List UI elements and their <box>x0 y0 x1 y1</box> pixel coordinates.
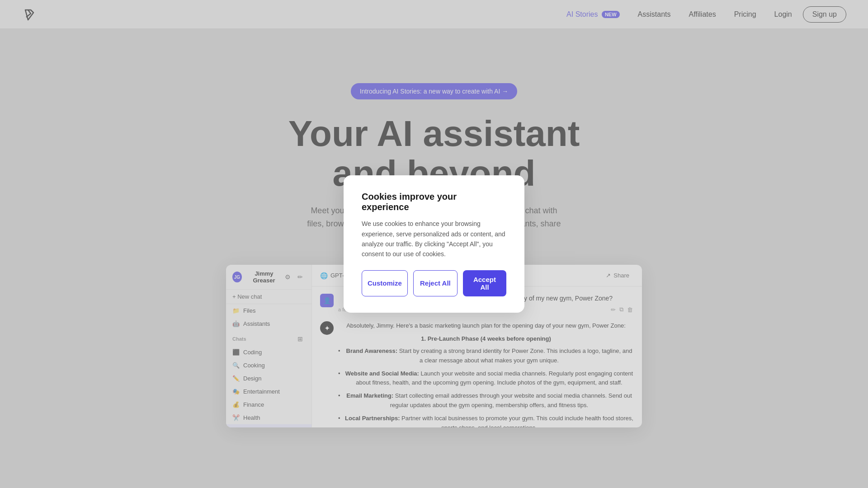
cookie-modal: Cookies improve your experience We use c… <box>344 175 524 313</box>
cookie-title: Cookies improve your experience <box>362 192 506 212</box>
cookie-buttons: Customize Reject All Accept All <box>362 270 506 296</box>
customize-button[interactable]: Customize <box>362 270 408 296</box>
cookie-text: We use cookies to enhance your browsing … <box>362 219 506 259</box>
reject-all-button[interactable]: Reject All <box>413 270 458 296</box>
cookie-overlay: Cookies improve your experience We use c… <box>0 0 868 488</box>
accept-all-button[interactable]: Accept All <box>463 270 506 296</box>
